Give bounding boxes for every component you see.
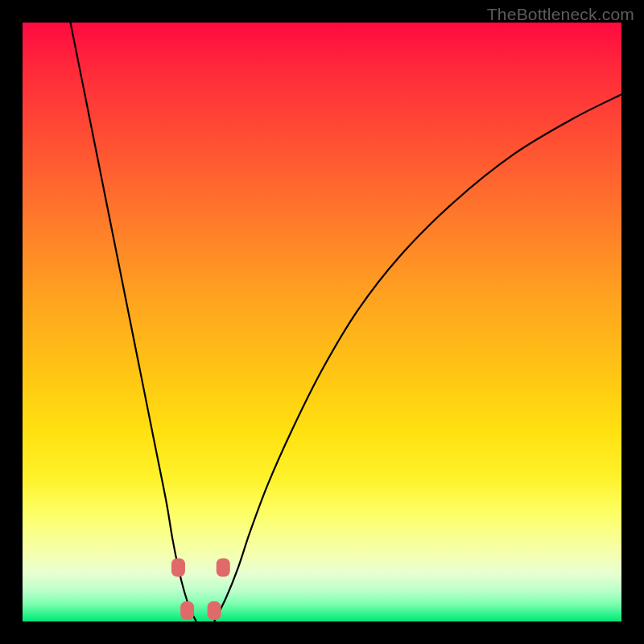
plot-area bbox=[23, 23, 621, 621]
curve-markers bbox=[171, 559, 230, 621]
watermark-text: TheBottleneck.com bbox=[487, 5, 634, 24]
right-curve bbox=[214, 94, 621, 621]
left-curve bbox=[71, 23, 196, 621]
curve-marker bbox=[208, 601, 221, 620]
curve-marker bbox=[217, 559, 230, 577]
curve-marker bbox=[171, 559, 185, 577]
chart-frame: TheBottleneck.com bbox=[0, 0, 644, 644]
chart-svg bbox=[23, 23, 621, 621]
curve-marker bbox=[180, 601, 194, 620]
